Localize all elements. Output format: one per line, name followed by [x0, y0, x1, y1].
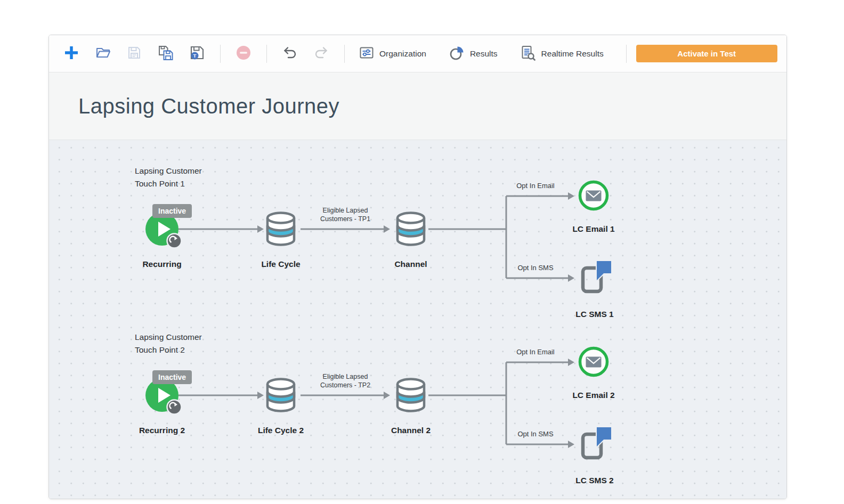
opt-in-email-edge-label: Opt In Email [498, 182, 573, 190]
recurring-badge [167, 234, 182, 248]
chevron-down-icon [786, 46, 787, 62]
pie-chart-icon [449, 45, 465, 63]
results-label: Results [470, 49, 498, 59]
email-campaign-node[interactable] [578, 180, 609, 211]
opt-in-sms-edge-label: Opt In SMS [498, 264, 573, 272]
connector-lines [49, 165, 787, 342]
journey-canvas[interactable]: Lapsing Customer Touch Point 1 Inactive … [49, 140, 786, 499]
channel-node[interactable] [394, 377, 428, 413]
plus-icon [63, 45, 79, 63]
journey-row-2: Lapsing Customer Touch Point 2 Inactive … [49, 331, 787, 499]
status-badge: Inactive [152, 370, 192, 384]
redo-icon [313, 45, 329, 63]
realtime-results-button[interactable]: Realtime Results [520, 45, 604, 63]
toolbar-divider [220, 45, 221, 63]
recurring-badge [167, 400, 182, 414]
organization-button[interactable]: Organization [359, 45, 426, 62]
save-as-copy-button[interactable] [157, 45, 174, 62]
sms-campaign-node[interactable] [579, 259, 614, 295]
toolbar-divider [344, 45, 345, 63]
undo-button[interactable] [281, 45, 298, 62]
toolbar: T [49, 35, 786, 72]
edge-label: Eligible Lapsed Customers - TP2 [303, 372, 388, 389]
delete-button-disabled[interactable] [235, 45, 252, 62]
folder-open-icon [95, 45, 111, 63]
lifecycle-node[interactable] [264, 211, 298, 247]
undo-icon [282, 45, 298, 63]
sms-node-label: LC SMS 2 [552, 476, 637, 485]
save-template-icon: T [189, 45, 205, 63]
journey-row-1: Lapsing Customer Touch Point 1 Inactive … [49, 165, 787, 342]
results-button[interactable]: Results [449, 45, 498, 63]
save-button-disabled[interactable] [126, 45, 143, 62]
save-icon [126, 45, 142, 63]
organization-icon [359, 45, 374, 62]
sms-node-label: LC SMS 1 [552, 310, 637, 319]
email-node-label: LC Email 1 [551, 224, 636, 234]
document-search-icon [520, 45, 536, 63]
channel-node[interactable] [394, 211, 428, 247]
email-node-label: LC Email 2 [551, 391, 636, 400]
edge-label: Eligible Lapsed Customers - TP1 [303, 206, 388, 223]
minus-circle-icon [236, 45, 251, 63]
page-title: Lapsing Customer Journey [78, 94, 339, 118]
activate-in-test-button[interactable]: Activate in Test [636, 45, 777, 62]
svg-text:T: T [193, 53, 197, 59]
email-campaign-node[interactable] [578, 346, 609, 377]
open-button[interactable] [94, 45, 111, 62]
organization-label: Organization [379, 49, 426, 59]
touchpoint-annotation: Lapsing Customer Touch Point 1 [135, 165, 236, 190]
channel-node-label: Channel [368, 259, 453, 269]
recurring-node-label: Recurring 2 [119, 426, 205, 435]
lifecycle-node[interactable] [264, 377, 298, 413]
status-badge: Inactive [152, 204, 192, 218]
activate-menu-button[interactable] [786, 46, 787, 62]
realtime-results-label: Realtime Results [541, 49, 604, 59]
save-as-template-button[interactable]: T [189, 45, 206, 62]
sms-campaign-node[interactable] [579, 426, 614, 461]
toolbar-divider [626, 45, 627, 63]
opt-in-sms-edge-label: Opt In SMS [498, 430, 573, 438]
channel-node-label: Channel 2 [368, 426, 453, 435]
toolbar-divider [266, 45, 267, 63]
lifecycle-node-label: Life Cycle 2 [238, 426, 323, 435]
lifecycle-node-label: Life Cycle [238, 259, 323, 269]
save-copy-icon [158, 45, 174, 63]
title-bar: Lapsing Customer Journey [49, 72, 786, 140]
redo-button-disabled[interactable] [313, 45, 330, 62]
touchpoint-annotation: Lapsing Customer Touch Point 2 [135, 331, 236, 356]
journey-builder-window: T [48, 35, 787, 499]
new-button[interactable] [63, 45, 80, 62]
opt-in-email-edge-label: Opt In Email [498, 348, 573, 356]
recurring-node-label: Recurring [119, 259, 205, 269]
